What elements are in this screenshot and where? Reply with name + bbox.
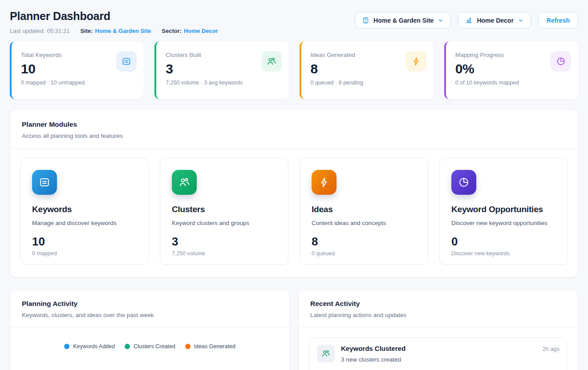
module-description: Discover new keyword opportunities xyxy=(451,220,556,226)
site-selector-label: Home & Garden Site xyxy=(373,17,434,24)
chart-legend: Keywords Added Clusters Created Ideas Ge… xyxy=(10,343,289,350)
module-value: 10 xyxy=(32,235,137,249)
stat-label: Clusters Built xyxy=(166,52,243,58)
planning-activity-title: Planning Activity xyxy=(22,300,278,308)
stat-value: 0% xyxy=(455,61,519,76)
sector-link[interactable]: Home Decor xyxy=(184,28,218,34)
module-card-keywords[interactable]: Keywords Manage and discover keywords 10… xyxy=(20,158,149,265)
meta-separator: · xyxy=(155,28,157,34)
stat-card-total-keywords: Total Keywords 10 0 mapped · 10 unmapped xyxy=(10,41,144,99)
module-title: Keywords xyxy=(32,205,137,214)
legend-dot-icon xyxy=(64,344,69,349)
module-description: Manage and discover keywords xyxy=(32,220,137,226)
activity-title: Keywords Clustered xyxy=(341,345,406,352)
header-left: Planner Dashboard Last updated: 05:31:21… xyxy=(10,9,218,34)
stat-label: Ideas Generated xyxy=(311,52,363,58)
planner-modules-panel: Planner Modules Access all planning tool… xyxy=(10,109,578,278)
legend-item-keywords-added[interactable]: Keywords Added xyxy=(64,343,115,350)
site-link[interactable]: Home & Garden Site xyxy=(95,28,151,34)
header-actions: Home & Garden Site Home Decor Refresh xyxy=(355,12,578,28)
stat-value: 10 xyxy=(21,61,85,76)
building-icon xyxy=(362,16,369,24)
stat-label: Mapping Progress xyxy=(455,52,519,58)
planner-dashboard: Planner Dashboard Last updated: 05:31:21… xyxy=(0,0,588,370)
legend-item-clusters-created[interactable]: Clusters Created xyxy=(125,343,175,350)
site-selector-button[interactable]: Home & Garden Site xyxy=(355,12,451,28)
recent-activity-panel: Recent Activity Latest planning actions … xyxy=(298,290,578,370)
pie-chart-icon xyxy=(451,170,476,195)
refresh-button[interactable]: Refresh xyxy=(538,12,578,28)
last-updated-value: 05:31:21 xyxy=(47,28,70,34)
users-icon xyxy=(261,51,282,72)
module-title: Ideas xyxy=(312,205,416,214)
modules-title: Planner Modules xyxy=(22,121,566,129)
sector-label: Sector: xyxy=(162,28,182,34)
divider xyxy=(299,327,578,327)
module-description: Content ideas and concepts xyxy=(312,220,416,226)
lightning-icon xyxy=(312,170,337,195)
module-value: 3 xyxy=(172,235,276,249)
pie-chart-icon xyxy=(551,51,571,72)
stat-card-ideas-generated: Ideas Generated 8 0 queued · 8 pending xyxy=(300,41,434,99)
module-card-ideas[interactable]: Ideas Content ideas and concepts 8 0 que… xyxy=(300,158,428,265)
meta-separator: · xyxy=(74,28,76,34)
document-icon xyxy=(32,170,57,195)
sector-selector-button[interactable]: Home Decor xyxy=(458,12,531,28)
lightning-icon xyxy=(406,51,426,72)
module-card-keyword-opportunities[interactable]: Keyword Opportunities Discover new keywo… xyxy=(439,158,568,265)
stats-row: Total Keywords 10 0 mapped · 10 unmapped… xyxy=(10,41,578,99)
module-value-sub: 0 mapped xyxy=(32,250,137,257)
recent-activity-subtitle: Latest planning actions and updates xyxy=(310,312,566,318)
stat-sub: 0 of 10 keywords mapped xyxy=(455,80,519,86)
divider xyxy=(10,327,289,327)
chevron-down-icon xyxy=(438,17,444,24)
module-card-clusters[interactable]: Clusters Keyword clusters and groups 3 7… xyxy=(160,158,288,265)
header: Planner Dashboard Last updated: 05:31:21… xyxy=(10,9,578,34)
refresh-label: Refresh xyxy=(547,17,570,24)
planning-activity-subtitle: Keywords, clusters, and ideas over the p… xyxy=(22,312,278,318)
legend-dot-icon xyxy=(185,344,191,349)
stat-card-mapping-progress: Mapping Progress 0% 0 of 10 keywords map… xyxy=(444,41,578,99)
module-title: Keyword Opportunities xyxy=(451,205,556,214)
bar-chart-icon xyxy=(465,16,473,24)
document-icon xyxy=(116,51,137,72)
planning-activity-panel: Planning Activity Keywords, clusters, an… xyxy=(10,290,290,370)
module-value-sub: 0 queued xyxy=(312,250,416,257)
chevron-down-icon xyxy=(518,17,524,24)
stat-sub: 0 queued · 8 pending xyxy=(311,80,363,86)
stat-sub: 7,250 volume · 3 avg keywords xyxy=(166,80,243,86)
users-icon xyxy=(172,170,197,195)
module-value-sub: 7,250 volume xyxy=(172,250,276,257)
activity-time: 2h ago xyxy=(543,346,560,352)
modules-subtitle: Access all planning tools and features xyxy=(22,133,566,139)
stat-value: 8 xyxy=(311,61,363,76)
activity-item: Keywords Clustered 2h ago 3 new clusters… xyxy=(309,338,567,370)
module-value-sub: Discover new keywords xyxy=(451,250,556,257)
header-meta: Last updated: 05:31:21 · Site: Home & Ga… xyxy=(10,28,218,34)
sector-selector-label: Home Decor xyxy=(477,17,513,24)
planning-activity-chart: Keywords Added Clusters Created Ideas Ge… xyxy=(10,343,289,370)
stat-label: Total Keywords xyxy=(21,52,85,58)
legend-dot-icon xyxy=(125,344,130,349)
last-updated-label: Last updated: xyxy=(10,28,45,34)
site-label: Site: xyxy=(80,28,93,34)
stat-value: 3 xyxy=(166,61,243,76)
page-title: Planner Dashboard xyxy=(10,10,218,23)
module-title: Clusters xyxy=(172,205,276,214)
users-icon xyxy=(317,345,335,362)
legend-item-ideas-generated[interactable]: Ideas Generated xyxy=(185,343,235,350)
activity-description: 3 new clusters created xyxy=(341,356,560,363)
module-value: 0 xyxy=(451,235,556,249)
stat-sub: 0 mapped · 10 unmapped xyxy=(21,80,85,86)
module-description: Keyword clusters and groups xyxy=(172,220,276,226)
module-value: 8 xyxy=(312,235,416,249)
stat-card-clusters-built: Clusters Built 3 7,250 volume · 3 avg ke… xyxy=(154,41,288,99)
recent-activity-title: Recent Activity xyxy=(310,300,566,308)
